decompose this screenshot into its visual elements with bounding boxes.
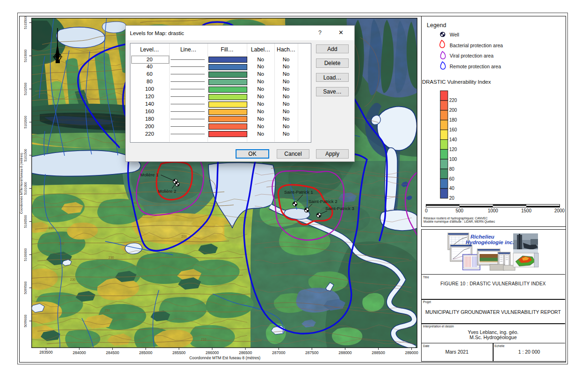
svg-text:Coordonnée MTM Est fuseau 8 (m: Coordonnée MTM Est fuseau 8 (mètres) <box>189 355 260 360</box>
svg-text:5101000: 5101000 <box>24 182 27 195</box>
svg-text:5099000: 5099000 <box>24 314 27 327</box>
svg-text:285000: 285000 <box>139 350 153 355</box>
svg-text:5100500: 5100500 <box>24 215 27 228</box>
svg-text:40: 40 <box>449 186 455 191</box>
svg-text:Coordonnée MTM Nord fuseau 8 (: Coordonnée MTM Nord fuseau 8 (mètres) <box>20 153 23 214</box>
svg-text:284500: 284500 <box>106 350 120 355</box>
svg-text:2000: 2000 <box>554 208 565 213</box>
svg-text:287500: 287500 <box>305 350 319 355</box>
svg-text:80: 80 <box>449 167 455 172</box>
svg-text:5102000: 5102000 <box>24 116 27 128</box>
svg-text:Viral protection area: Viral protection area <box>450 53 494 58</box>
svg-text:288500: 288500 <box>372 350 385 355</box>
svg-text:120: 120 <box>449 147 457 152</box>
svg-text:0: 0 <box>425 208 428 213</box>
svg-text:500: 500 <box>456 208 464 213</box>
svg-text:20: 20 <box>449 196 455 201</box>
svg-text:160: 160 <box>449 127 457 132</box>
svg-text:286500: 286500 <box>239 350 252 355</box>
svg-text:5101500: 5101500 <box>24 149 27 161</box>
svg-text:5099500: 5099500 <box>24 282 27 294</box>
svg-text:286000: 286000 <box>206 350 219 355</box>
svg-text:100: 100 <box>449 157 457 162</box>
svg-text:Bacterial protection area: Bacterial protection area <box>450 43 503 48</box>
svg-text:5102500: 5102500 <box>24 82 27 95</box>
svg-text:284000: 284000 <box>72 350 86 355</box>
svg-text:Remote protection area: Remote protection area <box>450 64 501 69</box>
svg-text:1500: 1500 <box>521 208 532 213</box>
svg-text:5103000: 5103000 <box>24 50 27 62</box>
svg-text:1000: 1000 <box>488 208 498 213</box>
svg-text:DRASTIC Vulnerability Index: DRASTIC Vulnerability Index <box>422 79 491 85</box>
svg-text:5100000: 5100000 <box>24 248 27 261</box>
svg-text:180: 180 <box>449 117 457 123</box>
svg-text:288000: 288000 <box>338 350 352 355</box>
svg-text:140: 140 <box>449 137 457 142</box>
svg-text:60: 60 <box>449 176 455 181</box>
svg-text:287000: 287000 <box>272 350 286 355</box>
svg-text:200: 200 <box>449 108 457 113</box>
svg-text:Modèle numérique d'altitude :: Modèle numérique d'altitude : LiDAR, MER… <box>423 220 495 224</box>
svg-text:283500: 283500 <box>39 350 53 355</box>
svg-text:Well: Well <box>450 32 459 37</box>
svg-text:289000: 289000 <box>405 350 418 355</box>
svg-text:220: 220 <box>449 98 457 103</box>
svg-text:285500: 285500 <box>172 350 186 355</box>
svg-text:5103500: 5103500 <box>24 16 27 29</box>
svg-text:Legend: Legend <box>427 22 446 29</box>
